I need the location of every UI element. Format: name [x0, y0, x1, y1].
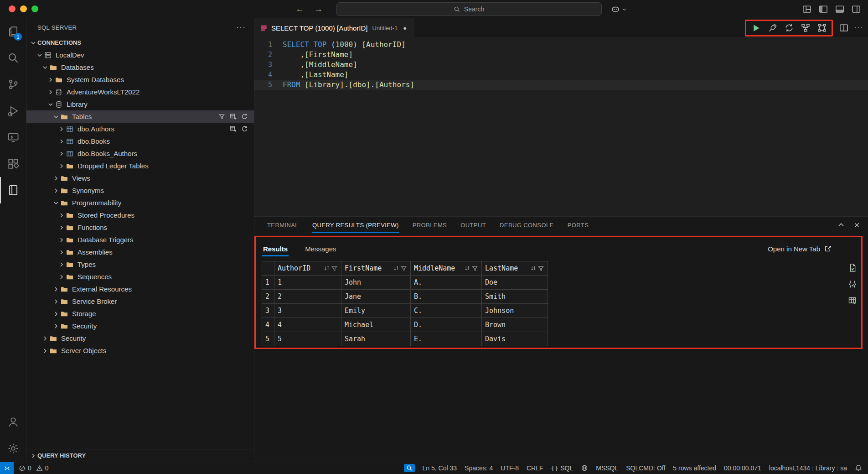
grid-cell[interactable]: 1: [274, 276, 341, 290]
filter-icon[interactable]: [400, 265, 407, 272]
tree-item-system-databases[interactable]: System Databases: [26, 73, 254, 86]
tree-item-dbo-authors[interactable]: dbo.Authors: [26, 123, 254, 135]
tree-item-dbo-books-authors[interactable]: dbo.Books_Authors: [26, 147, 254, 160]
grid-corner-cell[interactable]: [262, 261, 274, 276]
tab-ports[interactable]: PORTS: [568, 217, 589, 233]
code-line-5[interactable]: 5FROM [Library].[dbo].[Authors]: [254, 80, 868, 90]
chevron-right-icon[interactable]: [52, 175, 60, 182]
cursor-position-status[interactable]: Ln 5, Col 33: [423, 464, 457, 472]
sort-icon[interactable]: [464, 265, 470, 271]
row-number-cell[interactable]: 2: [262, 290, 274, 304]
tree-item-library[interactable]: Library: [26, 98, 254, 110]
tree-item-security[interactable]: Security: [26, 320, 254, 332]
grid-column-header-lastname[interactable]: LastName: [482, 261, 548, 276]
tab-terminal[interactable]: TERMINAL: [267, 217, 299, 233]
encoding-status[interactable]: UTF-8: [501, 464, 519, 472]
zoom-status[interactable]: [404, 464, 415, 472]
grid-column-header-middlename[interactable]: MiddleName: [411, 261, 482, 276]
open-in-new-tab-button[interactable]: Open in New Tab: [768, 245, 832, 253]
disconnect-icon[interactable]: [768, 23, 777, 33]
connection-status[interactable]: localhost,1434 : Library : sa: [769, 464, 847, 472]
chevron-right-icon[interactable]: [57, 261, 66, 268]
language-mode-status[interactable]: {} SQL: [551, 464, 574, 472]
more-actions-icon[interactable]: ···: [236, 23, 246, 32]
close-panel-icon[interactable]: [852, 221, 861, 229]
tree-item-dbo-books[interactable]: dbo.Books: [26, 135, 254, 147]
grid-cell[interactable]: John: [341, 276, 411, 290]
sort-icon[interactable]: [530, 265, 537, 271]
tree-item-external-resources[interactable]: External Resources: [26, 283, 254, 295]
toggle-panel-icon[interactable]: [835, 5, 844, 14]
explorer-icon[interactable]: 1: [0, 18, 26, 45]
grid-cell[interactable]: C.: [411, 304, 482, 318]
copilot-menu[interactable]: [611, 3, 627, 16]
tree-item-views[interactable]: Views: [26, 172, 254, 184]
grid-cell[interactable]: Sarah: [341, 332, 411, 346]
tree-item-localdev[interactable]: LocalDev: [26, 49, 254, 61]
code-line-3[interactable]: 3 ,[MiddleName]: [254, 60, 868, 70]
maximize-window-button[interactable]: [31, 5, 38, 12]
query-history-section-header[interactable]: QUERY HISTORY: [26, 449, 254, 462]
filter-icon[interactable]: [537, 265, 544, 272]
run-query-icon[interactable]: [751, 23, 761, 33]
language-status-icon[interactable]: [581, 464, 588, 472]
chevron-right-icon[interactable]: [57, 224, 66, 231]
chevron-down-icon[interactable]: [46, 101, 55, 108]
tree-item-databases[interactable]: Databases: [26, 61, 254, 73]
toggle-secondary-sidebar-icon[interactable]: [851, 5, 861, 14]
sort-icon[interactable]: [324, 265, 330, 271]
mssql-status[interactable]: MSSQL: [596, 464, 618, 472]
indentation-status[interactable]: Spaces: 4: [465, 464, 493, 472]
tab-query-results[interactable]: QUERY RESULTS (PREVIEW): [312, 217, 399, 233]
extensions-icon[interactable]: [0, 151, 26, 177]
chevron-right-icon[interactable]: [57, 150, 66, 157]
tree-item-adventureworkslt2022[interactable]: AdventureWorksLT2022: [26, 86, 254, 98]
grid-cell[interactable]: Doe: [482, 276, 548, 290]
row-number-cell[interactable]: 5: [262, 332, 274, 346]
editor-tab[interactable]: SELECT TOP (1000) [AuthorID] Untitled-1 …: [254, 18, 413, 37]
chevron-right-icon[interactable]: [57, 249, 66, 256]
tree-item-programmability[interactable]: Programmability: [26, 197, 254, 209]
editor-more-actions-icon[interactable]: ···: [854, 23, 863, 32]
settings-gear-icon[interactable]: [0, 435, 26, 462]
filter-icon[interactable]: [218, 113, 225, 120]
notifications-bell-icon[interactable]: [855, 464, 862, 472]
grid-cell[interactable]: Johnson: [482, 304, 548, 318]
customize-layout-icon[interactable]: [802, 5, 811, 14]
grid-cell[interactable]: E.: [411, 332, 482, 346]
source-control-icon[interactable]: [0, 71, 26, 98]
forward-icon[interactable]: →: [314, 4, 323, 14]
chevron-right-icon[interactable]: [52, 298, 60, 305]
grid-column-header-authorid[interactable]: AuthorID: [274, 261, 341, 276]
maximize-panel-icon[interactable]: [837, 221, 845, 229]
tree-item-service-broker[interactable]: Service Broker: [26, 295, 254, 307]
estimated-plan-icon[interactable]: [801, 23, 810, 33]
change-connection-icon[interactable]: [784, 23, 794, 33]
eol-status[interactable]: CRLF: [527, 464, 543, 472]
chevron-down-icon[interactable]: [52, 113, 60, 120]
accounts-icon[interactable]: [0, 409, 26, 435]
filter-icon[interactable]: [471, 265, 478, 272]
tab-problems[interactable]: PROBLEMS: [413, 217, 447, 233]
tree-item-sequences[interactable]: Sequences: [26, 271, 254, 283]
chevron-right-icon[interactable]: [57, 236, 66, 244]
code-editor[interactable]: 1SELECT TOP (1000) [AuthorID]2 ,[FirstNa…: [254, 37, 868, 216]
tree-item-storage[interactable]: Storage: [26, 307, 254, 320]
grid-cell[interactable]: Smith: [482, 290, 548, 304]
grid-cell[interactable]: B.: [411, 290, 482, 304]
results-tab[interactable]: Results: [263, 245, 288, 253]
chevron-down-icon[interactable]: [52, 199, 60, 207]
code-line-2[interactable]: 2 ,[FirstName]: [254, 50, 868, 60]
tab-debug-console[interactable]: DEBUG CONSOLE: [500, 217, 554, 233]
connections-section-header[interactable]: CONNECTIONS: [26, 36, 254, 49]
chevron-down-icon[interactable]: [41, 64, 49, 71]
refresh-icon[interactable]: [241, 113, 248, 120]
tree-item-server-objects[interactable]: Server Objects: [26, 344, 254, 357]
split-editor-icon[interactable]: [839, 23, 848, 33]
grid-cell[interactable]: 4: [274, 318, 341, 332]
chevron-right-icon[interactable]: [57, 125, 66, 133]
chevron-right-icon[interactable]: [57, 273, 66, 281]
chevron-down-icon[interactable]: [36, 52, 44, 59]
row-number-cell[interactable]: 4: [262, 318, 274, 332]
back-icon[interactable]: ←: [295, 4, 304, 14]
